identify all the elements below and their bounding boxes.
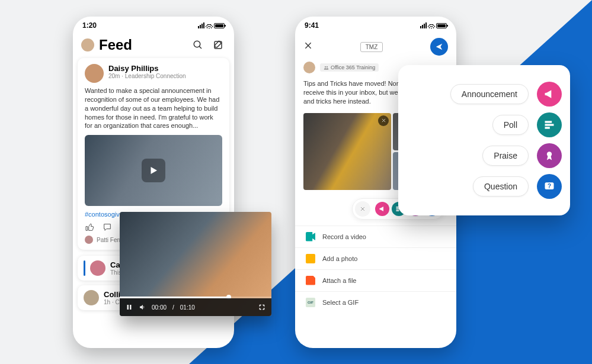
badge-icon <box>543 150 555 162</box>
post-type-menu: Announcement Poll Praise Question ? <box>398 65 570 215</box>
group-chip-label: Office 365 Training <box>331 65 375 70</box>
liker-avatar <box>85 236 93 244</box>
announcement-option[interactable]: Announcement <box>407 82 562 107</box>
question-icon: ? <box>543 181 555 192</box>
gif-icon: GIF <box>306 298 315 307</box>
feed-header: Feed <box>73 34 234 58</box>
status-time: 9:41 <box>305 21 319 30</box>
svg-point-22 <box>547 152 552 156</box>
like-icon[interactable] <box>85 223 94 232</box>
video-time-current: 00:00 <box>152 304 167 311</box>
poll-icon-circle <box>537 112 562 137</box>
svg-text:?: ? <box>548 183 551 189</box>
question-label: Question <box>473 176 529 197</box>
fullscreen-icon[interactable] <box>258 304 265 311</box>
svg-rect-19 <box>545 121 552 123</box>
bars-icon <box>543 119 555 131</box>
search-icon <box>193 40 203 50</box>
next-post-avatar <box>84 290 99 305</box>
status-time: 1:20 <box>82 21 97 30</box>
play-icon <box>148 165 159 176</box>
post-meta: 20m · Leadership Connection <box>108 73 186 79</box>
announcement-icon-circle <box>537 82 562 107</box>
svg-rect-15 <box>396 210 399 211</box>
thread-indicator <box>84 260 85 276</box>
attach-file-option[interactable]: Attach a file <box>295 269 456 291</box>
post-author-name[interactable]: Daisy Phillips <box>108 64 186 73</box>
poll-label: Poll <box>492 115 529 135</box>
post-body-text: Wanted to make a special announcement in… <box>85 86 222 130</box>
battery-icon <box>214 23 225 28</box>
attach-file-label: Attach a file <box>322 277 356 284</box>
video-controls: 00:00 / 01:10 <box>120 298 271 316</box>
add-photo-option[interactable]: Add a photo <box>295 247 456 269</box>
profile-avatar[interactable] <box>81 38 94 51</box>
record-video-option[interactable]: Record a video <box>295 226 456 247</box>
record-video-label: Record a video <box>322 233 366 240</box>
praise-option[interactable]: Praise <box>407 143 562 168</box>
add-photo-label: Add a photo <box>322 255 357 262</box>
post-author-avatar[interactable] <box>85 64 104 83</box>
praise-icon-circle <box>537 143 562 168</box>
status-bar: 1:20 <box>73 17 234 34</box>
svg-rect-20 <box>545 124 554 125</box>
status-bar: 9:41 <box>295 17 456 34</box>
send-icon <box>435 43 443 51</box>
group-chip[interactable]: Office 365 Training <box>320 63 379 72</box>
attached-image-1[interactable] <box>303 113 391 190</box>
page-title: Feed <box>99 37 185 53</box>
search-button[interactable] <box>190 37 206 53</box>
svg-rect-3 <box>127 305 129 310</box>
volume-icon[interactable] <box>139 304 146 311</box>
play-button[interactable] <box>142 159 165 182</box>
close-icon <box>303 41 313 50</box>
svg-rect-21 <box>545 127 550 128</box>
megaphone-icon <box>543 88 555 100</box>
file-icon <box>306 276 315 285</box>
announcement-label: Announcement <box>450 84 529 104</box>
svg-point-7 <box>325 66 326 67</box>
poll-option[interactable]: Poll <box>407 112 562 137</box>
photo-icon <box>306 254 315 263</box>
post-video-thumbnail[interactable] <box>85 135 222 206</box>
compose-icon <box>213 40 223 50</box>
close-button[interactable] <box>303 41 313 53</box>
signal-icon <box>198 22 204 28</box>
battery-icon <box>436 23 447 28</box>
announcement-pill[interactable] <box>375 202 389 216</box>
topic-tag[interactable]: TMZ <box>360 42 383 52</box>
send-button[interactable] <box>430 38 448 56</box>
svg-point-8 <box>327 66 328 67</box>
question-option[interactable]: Question ? <box>407 174 562 199</box>
attachment-options: Record a video Add a photo Attach a file… <box>295 226 456 313</box>
remove-image-button[interactable] <box>378 115 389 126</box>
select-gif-label: Select a GIF <box>322 299 359 306</box>
select-gif-option[interactable]: GIF Select a GIF <box>295 291 456 313</box>
thread-avatar <box>90 260 105 276</box>
wifi-icon <box>206 23 213 28</box>
svg-line-1 <box>199 46 201 49</box>
compose-avatar[interactable] <box>303 62 315 73</box>
praise-label: Praise <box>482 146 529 166</box>
group-icon <box>324 65 329 70</box>
megaphone-icon <box>379 205 386 212</box>
wifi-icon <box>428 23 435 28</box>
video-player-overlay[interactable]: 00:00 / 01:10 <box>120 212 271 316</box>
video-icon <box>306 232 315 241</box>
compose-header: TMZ <box>295 34 456 59</box>
video-time-total: 01:10 <box>180 304 195 311</box>
question-icon-circle: ? <box>537 174 562 199</box>
svg-point-0 <box>194 41 200 47</box>
signal-icon <box>420 22 427 28</box>
comment-icon[interactable] <box>103 223 112 232</box>
compose-button[interactable] <box>210 37 226 53</box>
svg-rect-4 <box>130 305 132 310</box>
dismiss-pills-button[interactable] <box>355 201 370 217</box>
pause-icon[interactable] <box>126 304 133 311</box>
